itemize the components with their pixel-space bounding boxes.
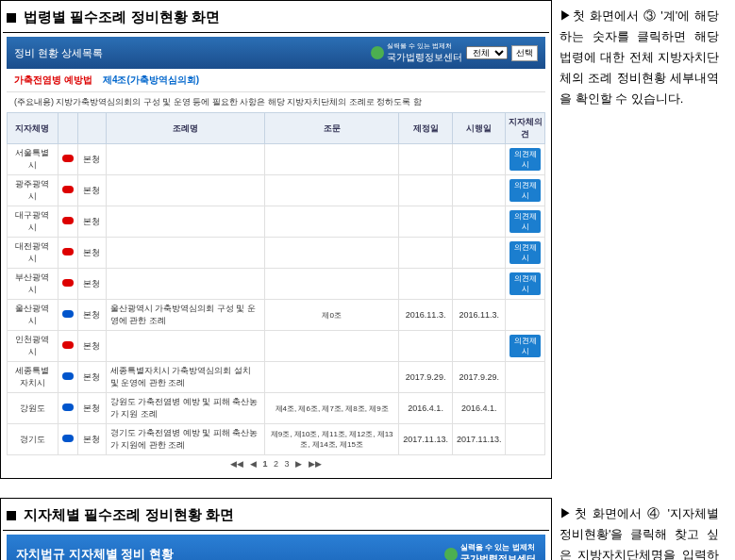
page-prev[interactable]: ◀	[250, 459, 257, 469]
cell-art	[264, 175, 398, 206]
cell-org: 세종특별자치시	[8, 362, 58, 393]
breadcrumb: 가축전염병 예방법 제4조(가축방역심의회)	[7, 69, 545, 92]
cell-date1	[399, 269, 453, 300]
cell-date2: 2017.11.13.	[452, 424, 506, 455]
page-next[interactable]: ▶	[295, 459, 302, 469]
side-text-2: 첫 화면에서 ④ '지자체별 정비현황'을 클릭해 찾고 싶은 지방자치단체명을…	[560, 506, 719, 560]
th	[77, 113, 106, 144]
logo-icon	[371, 46, 384, 59]
p2-header: 자치법규 지자체별 정비 현황 실력을 수 있는 법제처 국가법령정보센터	[7, 535, 545, 560]
cell-name: 울산광역시 가축방역심의회 구성 및 운영에 관한 조례	[106, 300, 264, 331]
cell-opinion	[506, 300, 545, 331]
cell-date2	[452, 238, 506, 269]
cell-opinion: 의견제시	[506, 144, 545, 175]
panel-2: 지자체별 필수조례 정비현황 화면 자치법규 지자체별 정비 현황 실력을 수 …	[0, 498, 552, 560]
opinion-button[interactable]: 의견제시	[509, 241, 541, 264]
th: 시행일	[452, 113, 506, 144]
bc-law[interactable]: 가축전염병 예방법	[14, 74, 92, 85]
opinion-button[interactable]: 의견제시	[509, 179, 541, 202]
cell-date2: 2016.11.3.	[452, 300, 506, 331]
cell-date2	[452, 144, 506, 175]
cell-date1: 2016.11.3.	[399, 300, 453, 331]
cell-name	[106, 206, 264, 238]
cell-opinion: 의견제시	[506, 175, 545, 206]
cell-type: 본청	[77, 206, 106, 238]
cell-date2: 2017.9.29.	[452, 362, 506, 393]
bc-article[interactable]: 제4조(가축방역심의회)	[103, 74, 199, 85]
th: 지자체명	[8, 113, 58, 144]
cell-art: 제4조, 제6조, 제7조, 제8조, 제9조	[264, 393, 398, 424]
page-last[interactable]: ▶▶	[309, 459, 322, 469]
cell-type: 본청	[77, 362, 106, 393]
cell-dot	[58, 393, 77, 424]
panel-2-title-text: 지자체별 필수조례 정비현황 화면	[24, 506, 234, 522]
table-row: 세종특별자치시본청세종특별자치시 가축방역심의회 설치 및 운영에 관한 조례2…	[8, 362, 545, 393]
table-header: 지자체명 조례명 조문 제정일 시행일 지자체의견	[8, 113, 545, 144]
opinion-button[interactable]: 의견제시	[509, 210, 541, 233]
cell-art: 제0조	[264, 300, 398, 331]
opinion-button[interactable]: 의견제시	[509, 148, 541, 171]
cell-date1	[399, 175, 453, 206]
cell-org: 광주광역시	[8, 175, 58, 206]
cell-dot	[58, 300, 77, 331]
cell-date2	[452, 331, 506, 362]
cell-type: 본청	[77, 331, 106, 362]
cell-opinion: 의견제시	[506, 206, 545, 238]
logo-icon	[444, 548, 458, 561]
status-dot-icon	[62, 217, 74, 224]
status-dot-icon	[62, 279, 74, 287]
cell-opinion: 의견제시	[506, 269, 545, 300]
table-row: 강원도본청강원도 가축전염병 예방 및 피해 축산농가 지원 조례제4조, 제6…	[8, 393, 545, 424]
select-button[interactable]: 선택	[511, 45, 538, 61]
cell-org: 울산광역시	[8, 300, 58, 331]
page-3[interactable]: 3	[285, 459, 290, 469]
table-row: 경기도본청경기도 가축전염병 예방 및 피해 축산농가 지원에 관한 조례제9조…	[8, 424, 545, 455]
logo-text: 국가법령정보센터	[387, 51, 462, 64]
status-dot-icon	[62, 435, 74, 442]
cell-dot	[58, 144, 77, 175]
cell-dot	[58, 331, 77, 362]
panel-2-title: 지자체별 필수조례 정비현황 화면	[3, 501, 549, 531]
panel-2-body: 자치법규 지자체별 정비 현황 실력을 수 있는 법제처 국가법령정보센터 참고…	[3, 531, 549, 560]
cell-org: 서울특별시	[8, 144, 58, 175]
cell-org: 대전광역시	[8, 238, 58, 269]
cell-type: 본청	[77, 393, 106, 424]
th: 조문	[264, 113, 398, 144]
cell-date1	[399, 144, 453, 175]
cell-dot	[58, 175, 77, 206]
cell-opinion: 의견제시	[506, 238, 545, 269]
triangle-icon: ▶	[560, 506, 575, 520]
th	[58, 113, 77, 144]
logo-top: 실력을 수 있는 법제처	[460, 542, 536, 552]
cell-opinion	[506, 362, 545, 393]
table-row: 부산광역시본청의견제시	[8, 269, 545, 300]
data-table: 지자체명 조례명 조문 제정일 시행일 지자체의견 서울특별시본청의견제시광주광…	[7, 112, 545, 455]
logo-text: 국가법령정보센터	[460, 552, 536, 560]
cell-type: 본청	[77, 269, 106, 300]
cell-art	[264, 269, 398, 300]
th: 지자체의견	[506, 113, 545, 144]
cell-name	[106, 144, 264, 175]
filter-select[interactable]: 전체	[466, 46, 508, 59]
triangle-icon: ▶	[560, 8, 573, 23]
cell-date1	[399, 238, 453, 269]
pager: ◀◀ ◀ 1 2 3 ▶ ▶▶	[7, 455, 545, 472]
cell-dot	[58, 206, 77, 238]
page-2[interactable]: 2	[274, 459, 278, 469]
cell-org: 강원도	[8, 393, 58, 424]
table-row: 울산광역시본청울산광역시 가축방역심의회 구성 및 운영에 관한 조례제0조20…	[8, 300, 545, 331]
cell-art	[264, 238, 398, 269]
panel-1-title-text: 법령별 필수조례 정비현황 화면	[24, 8, 220, 25]
cell-date1	[399, 206, 453, 238]
cell-opinion	[506, 424, 545, 455]
cell-opinion	[506, 393, 545, 424]
status-dot-icon	[62, 155, 74, 162]
cell-name	[106, 175, 264, 206]
cell-type: 본청	[77, 175, 106, 206]
status-dot-icon	[62, 404, 74, 411]
opinion-button[interactable]: 의견제시	[509, 335, 541, 357]
opinion-button[interactable]: 의견제시	[509, 272, 541, 295]
page-1[interactable]: 1	[262, 459, 267, 469]
table-row: 서울특별시본청의견제시	[8, 144, 545, 175]
page-first[interactable]: ◀◀	[230, 459, 243, 469]
